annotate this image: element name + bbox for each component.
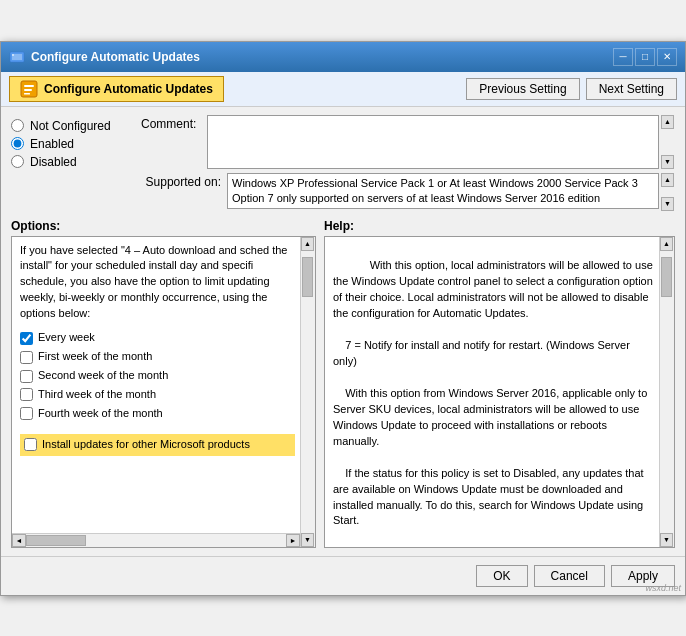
- options-hscrollbar[interactable]: ◄ ►: [12, 533, 300, 547]
- options-scrollbar[interactable]: ▲ ▼: [300, 237, 315, 547]
- right-column: Comment: ▲ ▼ Supported on: Windows XP Pr…: [141, 115, 675, 211]
- help-scroll-down[interactable]: ▼: [660, 533, 673, 547]
- checkbox-every-week[interactable]: Every week: [20, 330, 295, 346]
- comment-label: Comment:: [141, 115, 201, 131]
- main-content: Not Configured Enabled Disabled Comment:: [1, 107, 685, 556]
- main-row: Not Configured Enabled Disabled Comment:: [11, 115, 675, 211]
- radio-enabled[interactable]: Enabled: [11, 137, 137, 151]
- title-controls: ─ □ ✕: [613, 48, 677, 66]
- help-content: With this option, local administrators w…: [324, 236, 675, 548]
- supported-row: Supported on: Windows XP Professional Se…: [141, 173, 675, 211]
- footer: OK Cancel Apply wsxd.net: [1, 556, 685, 595]
- help-text: With this option, local administrators w…: [333, 259, 656, 546]
- checkbox-second-week[interactable]: Second week of the month: [20, 368, 295, 384]
- options-scroll-down[interactable]: ▼: [301, 533, 314, 547]
- svg-point-2: [12, 54, 14, 56]
- options-label: Options:: [11, 219, 316, 233]
- comment-textarea[interactable]: [207, 115, 659, 169]
- checkbox-input-every-week[interactable]: [20, 332, 33, 345]
- help-panel: Help: With this option, local administra…: [324, 219, 675, 548]
- radio-input-disabled[interactable]: [11, 155, 24, 168]
- help-scroll-thumb: [661, 257, 672, 297]
- install-updates-label: Install updates for other Microsoft prod…: [42, 437, 250, 453]
- checkbox-install-updates[interactable]: Install updates for other Microsoft prod…: [20, 434, 295, 456]
- options-hscroll-track: [26, 534, 286, 547]
- ok-button[interactable]: OK: [476, 565, 527, 587]
- radio-column: Not Configured Enabled Disabled: [11, 115, 141, 211]
- checkbox-input-install-updates[interactable]: [24, 438, 37, 451]
- options-panel: Options: If you have selected "4 – Auto …: [11, 219, 316, 548]
- checkbox-input-first-week[interactable]: [20, 351, 33, 364]
- svg-rect-6: [24, 93, 30, 95]
- checkbox-input-second-week[interactable]: [20, 370, 33, 383]
- comment-scroll-up[interactable]: ▲: [661, 115, 674, 129]
- title-bar: Configure Automatic Updates ─ □ ✕: [1, 42, 685, 72]
- dialog: Configure Automatic Updates ─ □ ✕ Config…: [0, 41, 686, 596]
- watermark: wsxd.net: [645, 583, 681, 593]
- dialog-icon: [9, 49, 25, 65]
- cancel-button[interactable]: Cancel: [534, 565, 605, 587]
- comment-row: Comment: ▲ ▼: [141, 115, 675, 169]
- header-buttons: Previous Setting Next Setting: [466, 78, 677, 100]
- close-button[interactable]: ✕: [657, 48, 677, 66]
- options-inner: If you have selected "4 – Auto download …: [12, 237, 315, 547]
- options-hscroll-left[interactable]: ◄: [12, 534, 26, 547]
- header-bar: Configure Automatic Updates Previous Set…: [1, 72, 685, 107]
- comment-scroll-down[interactable]: ▼: [661, 155, 674, 169]
- title-bar-left: Configure Automatic Updates: [9, 49, 200, 65]
- title-text: Configure Automatic Updates: [31, 50, 200, 64]
- options-hscroll-thumb: [26, 535, 86, 546]
- policy-title-text: Configure Automatic Updates: [44, 82, 213, 96]
- help-scroll-up[interactable]: ▲: [660, 237, 673, 251]
- help-scrollbar[interactable]: ▲ ▼: [659, 237, 674, 547]
- radio-input-enabled[interactable]: [11, 137, 24, 150]
- radio-not-configured[interactable]: Not Configured: [11, 119, 137, 133]
- policy-title-badge: Configure Automatic Updates: [9, 76, 224, 102]
- minimize-button[interactable]: ─: [613, 48, 633, 66]
- help-label: Help:: [324, 219, 675, 233]
- checkbox-input-fourth-week[interactable]: [20, 407, 33, 420]
- checkbox-input-third-week[interactable]: [20, 388, 33, 401]
- radio-group: Not Configured Enabled Disabled: [11, 115, 137, 173]
- supported-text: Windows XP Professional Service Pack 1 o…: [232, 176, 654, 207]
- options-description: If you have selected "4 – Auto download …: [20, 243, 295, 323]
- two-panel: Options: If you have selected "4 – Auto …: [11, 219, 675, 548]
- options-scroll-up[interactable]: ▲: [301, 237, 314, 251]
- options-hscroll-right[interactable]: ►: [286, 534, 300, 547]
- supported-scroll-down[interactable]: ▼: [661, 197, 674, 211]
- options-scroll-thumb: [302, 257, 313, 297]
- supported-scroll-up[interactable]: ▲: [661, 173, 674, 187]
- help-inner: With this option, local administrators w…: [325, 237, 674, 547]
- checkbox-third-week[interactable]: Third week of the month: [20, 387, 295, 403]
- maximize-button[interactable]: □: [635, 48, 655, 66]
- radio-input-not-configured[interactable]: [11, 119, 24, 132]
- previous-setting-button[interactable]: Previous Setting: [466, 78, 579, 100]
- supported-box: Windows XP Professional Service Pack 1 o…: [227, 173, 659, 209]
- radio-disabled[interactable]: Disabled: [11, 155, 137, 169]
- svg-rect-5: [24, 89, 32, 91]
- checkbox-fourth-week[interactable]: Fourth week of the month: [20, 406, 295, 422]
- options-content: If you have selected "4 – Auto download …: [11, 236, 316, 548]
- checkbox-first-week[interactable]: First week of the month: [20, 349, 295, 365]
- next-setting-button[interactable]: Next Setting: [586, 78, 677, 100]
- supported-label: Supported on:: [141, 173, 221, 189]
- svg-rect-4: [24, 85, 34, 87]
